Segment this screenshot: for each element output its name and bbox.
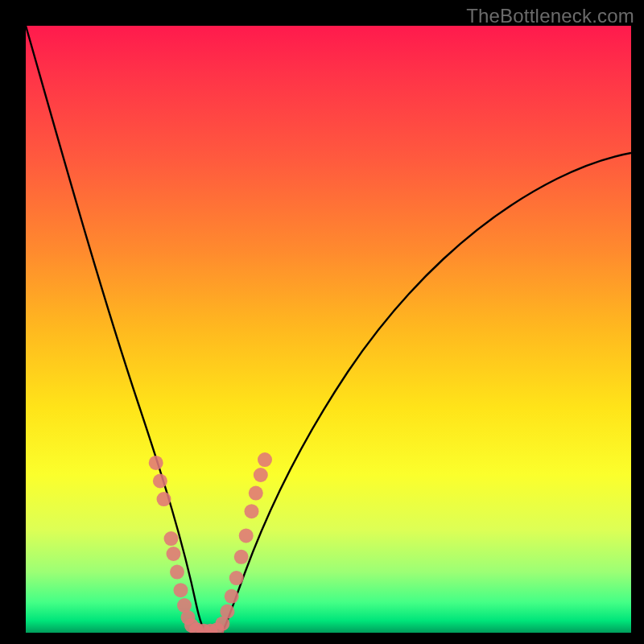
chart-frame: TheBottleneck.com [0, 0, 644, 644]
scatter-dot [220, 605, 234, 619]
scatter-dot [225, 589, 239, 604]
curve-left-branch [26, 26, 206, 633]
scatter-dot [174, 583, 188, 597]
scatter-dot [249, 486, 263, 501]
scatter-dot [164, 531, 179, 546]
scatter-dot [258, 452, 272, 467]
scatter-dot [153, 474, 167, 489]
scatter-dot [234, 550, 249, 564]
curve-right-branch [222, 153, 631, 633]
scatter-dot [157, 492, 171, 506]
chart-svg [26, 26, 631, 633]
watermark-text: TheBottleneck.com [466, 5, 634, 27]
scatter-dot [149, 456, 163, 470]
scatter-dot [239, 528, 254, 543]
chart-plot-area [26, 26, 631, 633]
scatter-dot [254, 468, 268, 482]
scatter-dot [170, 565, 184, 580]
scatter-group [149, 452, 272, 633]
scatter-dot [229, 571, 244, 585]
scatter-dot [167, 547, 181, 561]
scatter-dot [245, 504, 259, 518]
